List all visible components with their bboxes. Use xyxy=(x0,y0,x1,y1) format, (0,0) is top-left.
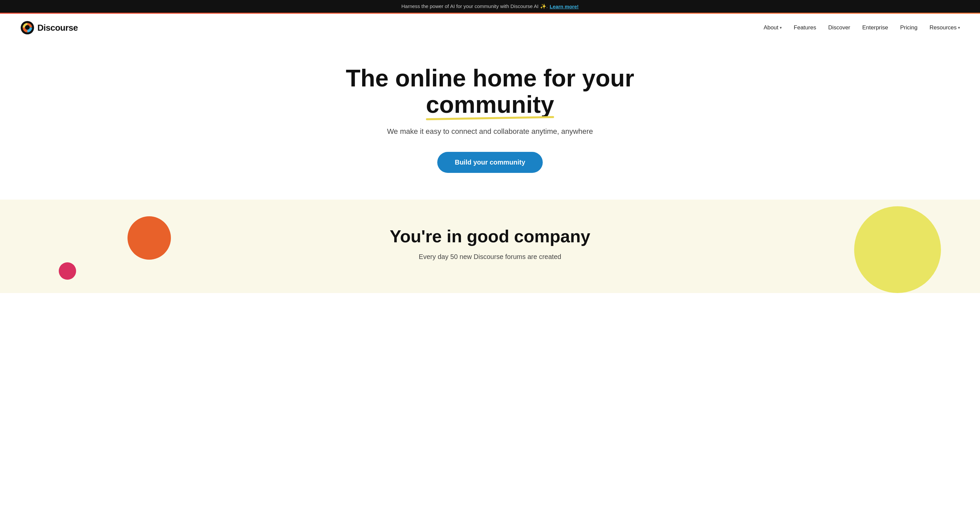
banner-text: Harness the power of AI for your communi… xyxy=(401,3,547,10)
good-company-section: You're in good company Every day 50 new … xyxy=(0,200,980,293)
logo-d-letter: D xyxy=(37,23,43,33)
nav-links: About ▾ Features Discover Enterprise Pri… xyxy=(764,24,960,31)
nav-label-enterprise: Enterprise xyxy=(862,24,888,31)
nav-link-discover[interactable]: Discover xyxy=(828,24,850,31)
hero-title-highlight: community xyxy=(426,91,554,118)
learn-more-link[interactable]: Learn more! xyxy=(550,4,579,10)
chevron-down-icon: ▾ xyxy=(958,25,960,30)
good-company-title: You're in good company xyxy=(13,226,967,246)
nav-label-discover: Discover xyxy=(828,24,850,31)
nav-link-pricing[interactable]: Pricing xyxy=(900,24,918,31)
nav-label-about: About xyxy=(764,24,778,31)
logo[interactable]: Discourse xyxy=(20,21,78,35)
nav-label-pricing: Pricing xyxy=(900,24,918,31)
nav-link-features[interactable]: Features xyxy=(794,24,816,31)
nav-item-pricing[interactable]: Pricing xyxy=(900,24,918,31)
nav-item-discover[interactable]: Discover xyxy=(828,24,850,31)
nav-link-resources[interactable]: Resources ▾ xyxy=(930,24,960,31)
nav-label-resources: Resources xyxy=(930,24,957,31)
decorative-circle-pink xyxy=(59,263,76,280)
build-community-button[interactable]: Build your community xyxy=(437,152,542,173)
hero-title: The online home for your community xyxy=(323,65,657,118)
logo-icon xyxy=(20,21,35,35)
chevron-down-icon: ▾ xyxy=(780,25,782,30)
decorative-circle-yellow xyxy=(854,206,941,293)
nav-link-about[interactable]: About ▾ xyxy=(764,24,782,31)
hero-section: The online home for your community We ma… xyxy=(0,42,980,200)
nav-item-about[interactable]: About ▾ xyxy=(764,24,782,31)
nav-item-features[interactable]: Features xyxy=(794,24,816,31)
good-company-subtitle: Every day 50 new Discourse forums are cr… xyxy=(13,253,967,261)
nav-item-enterprise[interactable]: Enterprise xyxy=(862,24,888,31)
logo-wordmark: Discourse xyxy=(37,23,78,33)
navbar: Discourse About ▾ Features Discover Ente… xyxy=(0,14,980,42)
top-banner: Harness the power of AI for your communi… xyxy=(0,0,980,13)
nav-link-enterprise[interactable]: Enterprise xyxy=(862,24,888,31)
nav-label-features: Features xyxy=(794,24,816,31)
hero-subtitle: We make it easy to connect and collabora… xyxy=(13,127,967,136)
logo-rest-text: iscourse xyxy=(43,23,78,33)
nav-item-resources[interactable]: Resources ▾ xyxy=(930,24,960,31)
